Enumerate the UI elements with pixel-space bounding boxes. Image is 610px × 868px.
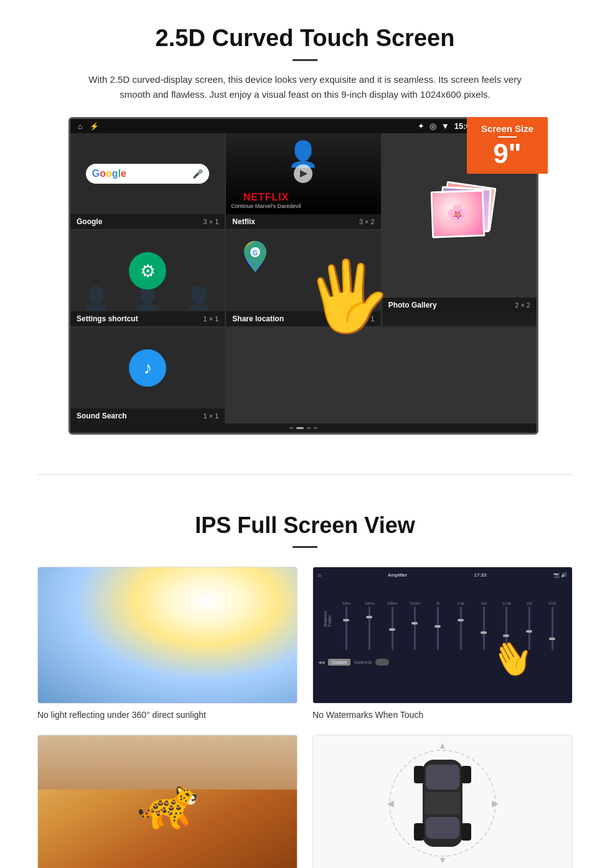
eq-bars-container: BalanceFader 60hz 100hz — [318, 582, 567, 656]
amp-back-btn[interactable]: ◀◀ — [318, 660, 324, 665]
amplifier-image: ⌂ Amplifier 17:33 📷 🔊 BalanceFader 60hz — [312, 567, 573, 704]
settings-bg: 👤 👤 👤 ⚙ — [70, 230, 225, 311]
settings-app-name: Settings shortcut — [77, 314, 138, 323]
sound-search-content: ♪ — [70, 328, 225, 408]
svg-text:▲: ▲ — [438, 741, 447, 750]
amp-title: Amplifier — [388, 572, 407, 578]
settings-label: Settings shortcut 1 × 1 — [70, 311, 225, 326]
google-tile[interactable]: Google 🎤 Google 3 × 1 — [70, 133, 225, 229]
eq-thumb-5 — [434, 625, 441, 628]
sound-search-tile[interactable]: ♪ Sound Search 1 × 1 — [70, 328, 225, 423]
eq-track-10 — [551, 606, 553, 650]
car-card: ▲ ▼ ◀ ▶ — [312, 735, 573, 868]
eq-thumb-10 — [549, 638, 555, 640]
eq-thumb-2 — [366, 616, 372, 618]
settings-icon-circle: ⚙ — [129, 252, 166, 290]
eq-label-sub: SUB — [548, 601, 556, 605]
curved-touch-section: 2.5D Curved Touch Screen With 2.5D curve… — [0, 0, 610, 450]
google-search-bar[interactable]: Google 🎤 — [86, 164, 210, 184]
eq-label-15k: 15k — [527, 601, 533, 605]
eq-10k: 10k — [474, 601, 494, 650]
sunlight-label: No light reflecting under 360° direct su… — [37, 710, 298, 720]
settings-tile[interactable]: 👤 👤 👤 ⚙ Settings shortcut 1 × 1 — [70, 230, 225, 326]
svg-text:◀: ◀ — [387, 798, 394, 808]
person-icon-3: 👤 — [185, 285, 213, 311]
svg-text:▶: ▶ — [492, 798, 499, 808]
location-icon: ◎ — [429, 121, 436, 131]
feature-grid-row2: 🐆 Super Fast Response ▲ ▼ ◀ — [37, 735, 573, 868]
home-icon[interactable]: ⌂ — [78, 122, 82, 131]
flower-emoji: 🌸 — [446, 202, 469, 225]
share-location-tile[interactable]: G 🖐 Share location 1 × 1 — [226, 230, 380, 326]
person-icon-1: 👤 — [82, 285, 110, 311]
photo-gallery-label: Photo Gallery 2 × 2 — [382, 298, 537, 313]
car-top-view-svg: ▲ ▼ ◀ ▶ — [387, 741, 499, 866]
amp-header: ⌂ Amplifier 17:33 📷 🔊 — [318, 572, 567, 578]
section2-title: IPS Full Screen View — [37, 512, 573, 539]
eq-track-7 — [483, 606, 485, 650]
eq-label-10k: 10k — [481, 601, 487, 605]
section-divider — [37, 474, 573, 475]
amplifier-visual: ⌂ Amplifier 17:33 📷 🔊 BalanceFader 60hz — [313, 567, 572, 703]
device-wrapper: Screen Size 9" ⌂ ⚡ ✦ ◎ ▼ 15:06 📷 🔊 ✕ — [68, 117, 542, 435]
bluetooth-icon: ✦ — [418, 121, 425, 131]
pointing-hand-icon: 🖐 — [301, 252, 393, 339]
eq-1k: 1k — [428, 601, 448, 650]
status-bar: ⌂ ⚡ ✦ ◎ ▼ 15:06 📷 🔊 ✕ ▭ — [70, 119, 537, 133]
share-location-app-name: Share location — [232, 314, 284, 323]
dot-2-active — [296, 427, 304, 429]
sound-search-label: Sound Search 1 × 1 — [70, 408, 225, 423]
loudness-toggle[interactable] — [375, 659, 389, 666]
netflix-label: Netflix 3 × 2 — [226, 214, 380, 229]
netflix-info: NETFLIX Continue Marvel's Daredevil — [231, 192, 301, 209]
car-visual: ▲ ▼ ◀ ▶ — [313, 735, 572, 868]
share-location-bg: G 🖐 — [226, 230, 380, 311]
google-app-name: Google — [77, 217, 102, 226]
eq-label-100: 100hz — [364, 601, 374, 605]
photo-stack-front: 🌸 — [431, 190, 486, 238]
google-label: Google 3 × 1 — [70, 214, 225, 229]
settings-tile-content: 👤 👤 👤 ⚙ — [70, 230, 225, 311]
cheetah-bg-gradient: 🐆 — [38, 735, 297, 868]
section1-description: With 2.5D curved-display screen, this de… — [87, 72, 523, 102]
music-note: ♪ — [143, 358, 152, 378]
eq-thumb-1 — [343, 619, 349, 621]
netflix-app-size: 3 × 2 — [359, 218, 375, 225]
badge-underline — [498, 136, 517, 138]
usb-icon: ⚡ — [90, 122, 99, 131]
badge-label: Screen Size — [472, 123, 543, 134]
eq-thumb-4 — [411, 622, 418, 625]
mic-icon[interactable]: 🎤 — [192, 169, 203, 179]
cheetah-emoji: 🐆 — [136, 774, 199, 833]
eq-track-2 — [368, 606, 370, 650]
netflix-bg: 👤 NETFLIX Continue Marvel's Daredevil — [226, 133, 380, 214]
loudness-label: loudness — [354, 660, 372, 664]
eq-track-1 — [345, 606, 347, 650]
eq-label-200: 200hz — [387, 601, 397, 605]
eq-label-500: 500hz — [410, 601, 420, 605]
google-bg: Google 🎤 — [70, 133, 225, 214]
eq-label-2-5k: 2.5k — [458, 601, 464, 605]
eq-thumb-6 — [458, 619, 464, 621]
dot-4 — [314, 427, 317, 429]
eq-100hz: 100hz — [360, 601, 380, 650]
share-location-content: G 🖐 — [226, 230, 380, 311]
app-grid: Google 🎤 Google 3 × 1 — [70, 133, 537, 423]
google-logo: Google — [92, 168, 126, 179]
cheetah-visual: 🐆 — [38, 735, 297, 868]
eq-label-12-5k: 12.5k — [502, 601, 511, 605]
eq-label-1k: 1k — [436, 601, 439, 605]
sound-search-bg: ♪ — [70, 328, 225, 408]
eq-track-6 — [460, 606, 462, 650]
netflix-tile[interactable]: 👤 NETFLIX Continue Marvel's Daredevil Ne… — [226, 133, 380, 229]
photo-gallery-name: Photo Gallery — [388, 301, 437, 309]
netflix-subtitle: Continue Marvel's Daredevil — [231, 203, 301, 209]
eq-60hz: 60hz — [337, 601, 357, 650]
netflix-app-name: Netflix — [232, 217, 255, 226]
svg-rect-10 — [426, 817, 459, 839]
section1-title: 2.5D Curved Touch Screen — [37, 25, 573, 52]
eq-thumb-9 — [526, 630, 532, 633]
custom-btn[interactable]: Custom — [328, 659, 350, 666]
title-underline — [293, 59, 317, 61]
screen-size-badge: Screen Size 9" — [467, 117, 548, 174]
